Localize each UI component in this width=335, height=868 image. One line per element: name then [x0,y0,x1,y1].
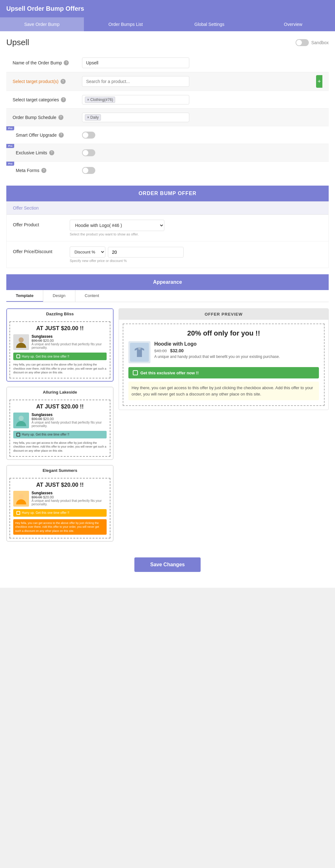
schedule-label: Order Bump Schedule ? [12,115,82,120]
meta-forms-toggle[interactable] [82,167,95,174]
save-changes-button[interactable]: Save Changes [134,557,200,572]
template-elegant-img [13,491,29,506]
target-categories-control: × Clothing(#76) [82,95,323,104]
smart-offer-label: Smart Offer Upgrade ? [12,132,82,137]
price-row: Discount % Fixed Price No Discount [70,247,322,257]
offer-product-select[interactable]: Hoodie with Logo( #46 ) [70,220,164,231]
offer-product-row: Offer Product Hoodie with Logo( #46 ) Se… [7,215,328,242]
target-product-label: Select target product(s) ? [12,79,82,84]
target-product-input[interactable] [82,76,189,87]
svg-point-4 [138,347,141,350]
offer-product-control: Hoodie with Logo( #46 ) Select the produ… [70,220,322,236]
page-title-row: Upsell Sandbox [6,37,329,48]
nav-tabs: Save Order Bump Order Bumps List Global … [0,18,335,31]
exclusive-limits-label: Exclusive Limits ? [12,150,82,155]
offer-preview-box: OFFER PREVIEW 20% off only for you !! [119,308,329,410]
template-dazzling-cta: Hurry up. Get this one time offer !! [13,352,107,360]
offer-section-header: Offer Section [7,202,328,215]
tab-design[interactable]: Design [43,290,75,302]
name-help-icon[interactable]: ? [64,60,69,65]
offer-price-row: Offer Price/Discount Discount % Fixed Pr… [7,242,328,268]
template-dazzling-preview: AT JUST $20.00 !! Sunglasses $90.00 $2 [9,321,110,378]
target-categories-help-icon[interactable]: ? [61,97,66,102]
offer-preview-column: OFFER PREVIEW 20% off only for you !! [119,308,329,410]
meta-forms-label: Meta Forms ? [12,168,82,173]
preview-cta-checkbox[interactable] [133,370,138,375]
template-card-alluring-lakeside[interactable]: Alluring Lakeside AT JUST $20.00 !! [6,386,113,460]
nav-tab-order-bumps-list[interactable]: Order Bumps List [84,18,168,31]
smart-offer-control [82,132,323,138]
schedule-control: × Daily [82,113,323,122]
app-header: Upsell Order Bump Offers [0,0,335,18]
page-title: Upsell [6,37,29,48]
template-alluring-cta: Hurry up. Get this one time offer !! [13,431,107,438]
exclusive-limits-control [82,149,323,156]
name-control [82,57,323,68]
sandbox-toggle-row: Sandbox [296,39,329,46]
meta-forms-help-icon[interactable]: ? [41,168,46,173]
form-section: Name of the Order Bump ? Select target p… [6,54,329,179]
target-product-help-icon[interactable]: ? [61,79,66,84]
template-alluring-img [13,412,29,428]
schedule-tag[interactable]: × Daily [85,114,101,121]
offer-preview-content: 20% off only for you !! [123,323,325,406]
smart-offer-help-icon[interactable]: ? [59,132,64,137]
schedule-help-icon[interactable]: ? [58,115,63,120]
form-row-name: Name of the Order Bump ? [6,54,329,72]
template-dazzling-title: Dazzling Bliss [7,309,113,319]
schedule-tag-input[interactable]: × Daily [82,113,189,122]
offer-price-control: Discount % Fixed Price No Discount Speci… [70,247,322,262]
form-row-schedule: Order Bump Schedule ? × Daily [6,108,329,126]
category-tag[interactable]: × Clothing(#76) [85,97,115,103]
template-elegant-preview: AT JUST $20.00 !! Sunglasses $90.00 $2 [9,478,110,539]
meta-forms-control [82,167,323,174]
target-categories-tag-input[interactable]: × Clothing(#76) [82,95,189,104]
form-row-target-product: Select target product(s) ? + [6,72,329,91]
name-label: Name of the Order Bump ? [12,60,82,65]
nav-tab-overview[interactable]: Overview [252,18,335,31]
tab-content[interactable]: Content [75,290,109,302]
exclusive-limits-help-icon[interactable]: ? [49,150,54,155]
svg-point-2 [19,494,24,499]
form-row-target-categories: Select target categories ? × Clothing(#7… [6,91,329,108]
green-add-button[interactable]: + [316,75,323,88]
preview-body-text: Hey there, you can get access to this of… [128,382,319,400]
exclusive-limits-toggle[interactable] [82,149,95,156]
nav-tab-save-order-bump[interactable]: Save Order Bump [0,18,84,31]
offer-product-label: Offer Product [13,220,70,227]
preview-desc: A unique and handy product that will ben… [154,354,280,359]
nav-tab-global-settings[interactable]: Global Settings [168,18,252,31]
preview-price-new: $32.00 [170,348,183,353]
form-row-exclusive-limits: Pro Exclusive Limits ? [6,144,329,162]
offer-preview-header: OFFER PREVIEW [119,309,328,320]
svg-point-0 [19,337,24,342]
preview-product-details: Hoodie with Logo $40.00 $32.00 A unique … [154,341,280,363]
form-row-smart-offer: Pro Smart Offer Upgrade ? [6,126,329,144]
app-title: Upsell Order Bump Offers [6,5,84,12]
preview-price-old: $40.00 [154,348,167,353]
discount-type-select[interactable]: Discount % Fixed Price No Discount [70,247,105,257]
sub-tabs-row: Template Design Content [6,290,329,302]
template-elegant-title: Elegant Summers [7,466,113,475]
preview-product-name: Hoodie with Logo [154,341,280,347]
discount-value-input[interactable] [108,247,183,257]
offer-price-label: Offer Price/Discount [13,247,70,254]
target-product-control: + [82,76,323,87]
offer-section: Offer Section Offer Product Hoodie with … [6,202,329,268]
order-bump-offer-banner: ORDER BUMP OFFER [6,186,329,202]
preview-product-row: Hoodie with Logo $40.00 $32.00 A unique … [128,341,319,363]
form-row-meta-forms: Pro Meta Forms ? [6,162,329,179]
template-card-dazzling-bliss[interactable]: Dazzling Bliss AT JUST $20.00 !! [6,308,113,382]
sandbox-toggle[interactable] [296,39,309,46]
name-input[interactable] [82,57,189,68]
offer-product-help: Select the product you want to show as o… [70,232,322,236]
preview-cta-btn[interactable]: Get this exclusive offer now !! [128,367,319,378]
main-content: Upsell Sandbox Name of the Order Bump ? [0,31,335,588]
discount-help: Specify new offer price or discount % [70,259,322,262]
smart-offer-toggle[interactable] [82,132,95,138]
save-changes-row: Save Changes [6,548,329,581]
appearance-banner: Appearance [6,274,329,290]
tab-template[interactable]: Template [6,290,43,302]
target-categories-label: Select target categories ? [12,97,82,102]
template-card-elegant-summers[interactable]: Elegant Summers AT JUST $20.00 !! [6,465,113,542]
